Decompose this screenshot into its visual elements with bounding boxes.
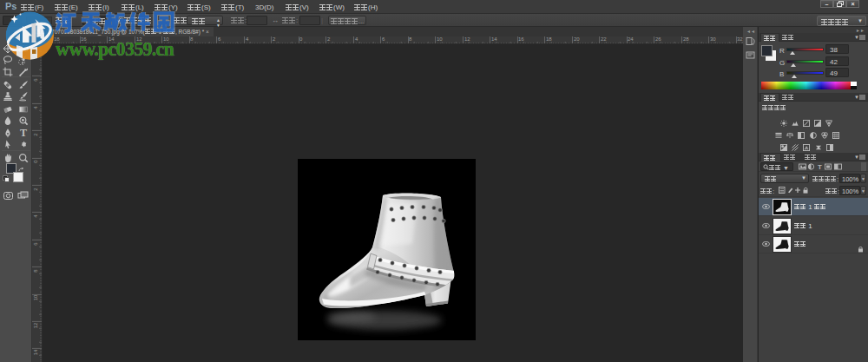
svg-text:T: T — [20, 128, 27, 138]
svg-text:T: T — [818, 163, 822, 170]
